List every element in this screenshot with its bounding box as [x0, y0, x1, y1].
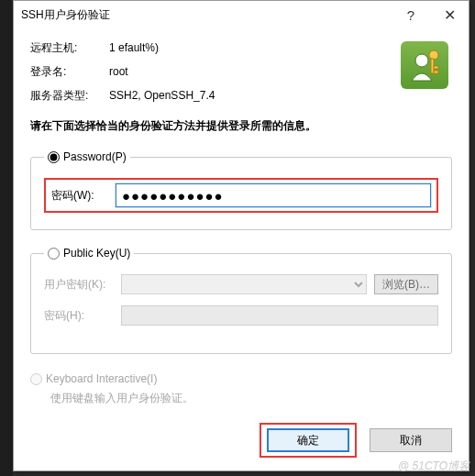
password-input[interactable] — [116, 183, 431, 207]
user-key-icon — [401, 41, 448, 89]
svg-rect-3 — [434, 66, 438, 69]
info-login: 登录名: root — [30, 61, 452, 82]
host-value: 1 efault%) — [109, 41, 159, 54]
keyboard-radio — [30, 373, 42, 385]
instruction-text: 请在下面选择恰当的身份验证方法并提供登录所需的信息。 — [30, 118, 452, 134]
userkey-select — [121, 274, 367, 294]
login-value: root — [109, 65, 128, 78]
publickey-radio-label[interactable]: Public Key(U) — [48, 247, 130, 260]
publickey-group: Public Key(U) 用户密钥(K): 浏览(B)… 密码(H): — [30, 247, 452, 354]
window-title: SSH用户身份验证 — [21, 7, 392, 23]
svg-point-0 — [415, 54, 428, 67]
password-legend-text: Password(P) — [63, 150, 127, 163]
login-label: 登录名: — [30, 64, 109, 80]
password-radio[interactable] — [48, 151, 60, 163]
password-highlight: 密码(W): — [44, 178, 438, 213]
userkey-label: 用户密钥(K): — [44, 277, 121, 293]
password-group: Password(P) 密码(W): — [30, 150, 452, 230]
info-server: 服务器类型: SSH2, OpenSSH_7.4 — [30, 85, 452, 105]
keyboard-desc: 使用键盘输入用户身份验证。 — [50, 391, 452, 406]
svg-rect-4 — [434, 71, 438, 73]
server-label: 服务器类型: — [30, 88, 109, 104]
password-radio-label[interactable]: Password(P) — [48, 150, 127, 163]
close-icon[interactable]: ✕ — [430, 2, 469, 28]
host-label: 远程主机: — [30, 40, 109, 56]
ssh-auth-dialog: SSH用户身份验证 ? ✕ 远程主机: 1 efault%) 登录名: root… — [13, 0, 469, 471]
ok-highlight: 确定 — [260, 423, 357, 458]
password-label: 密码(W): — [51, 188, 116, 204]
watermark: @ 51CTO博客 — [398, 459, 469, 474]
help-icon[interactable]: ? — [392, 2, 430, 28]
publickey-legend-text: Public Key(U) — [63, 247, 130, 260]
keyboard-interactive-row: Keyboard Interactive(I) — [30, 372, 452, 385]
browse-button: 浏览(B)… — [374, 274, 438, 294]
ok-button[interactable]: 确定 — [267, 428, 349, 452]
dialog-buttons: 确定 取消 — [260, 423, 452, 458]
server-value: SSH2, OpenSSH_7.4 — [109, 89, 215, 102]
pk-password-label: 密码(H): — [44, 308, 121, 324]
publickey-radio[interactable] — [48, 248, 60, 260]
keyboard-legend-text: Keyboard Interactive(I) — [46, 372, 157, 385]
titlebar: SSH用户身份验证 ? ✕ — [14, 1, 469, 28]
info-host: 远程主机: 1 efault%) — [30, 38, 452, 58]
pk-password-input — [121, 305, 438, 326]
cancel-button[interactable]: 取消 — [370, 428, 452, 452]
